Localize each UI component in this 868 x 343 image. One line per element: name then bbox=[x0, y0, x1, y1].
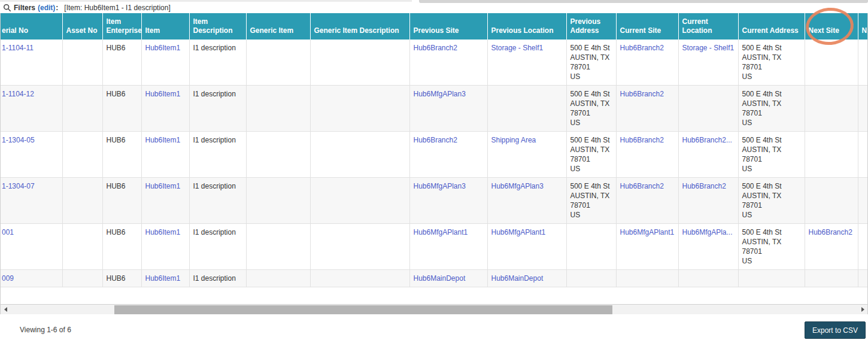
cell-item[interactable]: Hub6Item1 bbox=[141, 178, 189, 224]
cell-current-address bbox=[738, 270, 805, 287]
cell-erial-no[interactable]: 1-1304-05 bbox=[1, 132, 62, 178]
cell-asset-no bbox=[62, 224, 102, 270]
cell-generic-item bbox=[246, 224, 310, 270]
cell-item-description: I1 description bbox=[189, 270, 246, 287]
cell-previous-site[interactable]: Hub6Branch2 bbox=[409, 40, 487, 86]
cell-asset-no bbox=[62, 86, 102, 132]
column-header-current-address[interactable]: Current Address bbox=[738, 13, 805, 40]
cell-current-site[interactable]: Hub6Branch2 bbox=[616, 86, 678, 132]
viewing-count: Viewing 1-6 of 6 bbox=[20, 326, 71, 334]
column-header-n[interactable]: N bbox=[858, 13, 868, 40]
column-header-asset-no[interactable]: Asset No bbox=[62, 13, 102, 40]
cell-erial-no[interactable]: 009 bbox=[1, 270, 62, 287]
filters-label: Filters bbox=[14, 4, 35, 12]
column-header-current-location[interactable]: Current Location bbox=[678, 13, 738, 40]
table-row: 001HUB6Hub6Item1I1 descriptionHub6MfgAPl… bbox=[1, 224, 868, 270]
cell-item[interactable]: Hub6Item1 bbox=[141, 270, 189, 287]
cell-current-location[interactable]: Storage - Shelf1 bbox=[678, 40, 738, 86]
cell-generic-item-description bbox=[310, 270, 409, 287]
cell-erial-no[interactable]: 1-1104-12 bbox=[1, 86, 62, 132]
cell-current-address: 500 E 4th St AUSTIN, TX 78701 US bbox=[738, 40, 805, 86]
cell-generic-item bbox=[246, 270, 310, 287]
cell-current-site[interactable]: Hub6Branch2 bbox=[616, 132, 678, 178]
table-header-row: erial NoAsset NoItem EnterpriseItemItem … bbox=[1, 13, 868, 40]
cell-previous-location[interactable]: Hub6MfgAPlan3 bbox=[487, 178, 566, 224]
cell-previous-location[interactable]: Storage - Shelf1 bbox=[487, 40, 566, 86]
cell-next-site[interactable]: Hub6Branch2 bbox=[805, 224, 858, 270]
cell-asset-no bbox=[62, 178, 102, 224]
cell-item-enterprise: HUB6 bbox=[102, 178, 141, 224]
cell-previous-site[interactable]: Hub6MfgAPlan3 bbox=[409, 86, 487, 132]
cell-n bbox=[858, 224, 868, 270]
results-grid: erial NoAsset NoItem EnterpriseItemItem … bbox=[0, 13, 868, 314]
column-header-previous-site[interactable]: Previous Site bbox=[409, 13, 487, 40]
filters-colon: : bbox=[56, 4, 58, 12]
cell-next-site bbox=[805, 40, 858, 86]
cell-current-site[interactable]: Hub6Branch2 bbox=[616, 40, 678, 86]
cell-item[interactable]: Hub6Item1 bbox=[141, 224, 189, 270]
cell-generic-item-description bbox=[310, 40, 409, 86]
column-header-erial-no[interactable]: erial No bbox=[1, 13, 62, 40]
scroll-left-arrow[interactable] bbox=[1, 305, 10, 314]
cell-erial-no[interactable]: 1-1104-11 bbox=[1, 40, 62, 86]
cell-asset-no bbox=[62, 40, 102, 86]
cell-asset-no bbox=[62, 270, 102, 287]
cell-item[interactable]: Hub6Item1 bbox=[141, 40, 189, 86]
table-row: 1-1104-12HUB6Hub6Item1I1 descriptionHub6… bbox=[1, 86, 868, 132]
cell-item-description: I1 description bbox=[189, 224, 246, 270]
search-icon bbox=[3, 4, 11, 12]
column-header-generic-item-description[interactable]: Generic Item Description bbox=[310, 13, 409, 40]
table-row: 1-1104-11HUB6Hub6Item1I1 descriptionHub6… bbox=[1, 40, 868, 86]
column-header-item-description[interactable]: Item Description bbox=[189, 13, 246, 40]
cell-asset-no bbox=[62, 132, 102, 178]
scrollbar-thumb[interactable] bbox=[114, 305, 612, 314]
cell-previous-location[interactable]: Shipping Area bbox=[487, 132, 566, 178]
cell-current-address: 500 E 4th St AUSTIN, TX 78701 US bbox=[738, 178, 805, 224]
cell-current-location[interactable]: Hub6MfgAPla... bbox=[678, 224, 738, 270]
cell-current-site[interactable]: Hub6Branch2 bbox=[616, 178, 678, 224]
table-row: 1-1304-05HUB6Hub6Item1I1 descriptionHub6… bbox=[1, 132, 868, 178]
cell-current-site[interactable]: Hub6MfgAPlant1 bbox=[616, 224, 678, 270]
cell-n bbox=[858, 86, 868, 132]
cell-current-address: 500 E 4th St AUSTIN, TX 78701 US bbox=[738, 132, 805, 178]
cell-generic-item bbox=[246, 132, 310, 178]
cell-current-location[interactable]: Hub6Branch2 bbox=[678, 178, 738, 224]
table-row: 1-1304-07HUB6Hub6Item1I1 descriptionHub6… bbox=[1, 178, 868, 224]
cell-item[interactable]: Hub6Item1 bbox=[141, 132, 189, 178]
column-header-item-enterprise[interactable]: Item Enterprise bbox=[102, 13, 141, 40]
cell-erial-no[interactable]: 1-1304-07 bbox=[1, 178, 62, 224]
horizontal-scrollbar[interactable] bbox=[1, 304, 867, 314]
cell-previous-location[interactable]: Hub6MainDepot bbox=[487, 270, 566, 287]
cell-current-location[interactable]: Hub6Branch2... bbox=[678, 132, 738, 178]
column-header-next-site[interactable]: Next Site bbox=[805, 13, 858, 40]
cell-previous-site[interactable]: Hub6Branch2 bbox=[409, 132, 487, 178]
cell-previous-site[interactable]: Hub6MainDepot bbox=[409, 270, 487, 287]
column-header-item[interactable]: Item bbox=[141, 13, 189, 40]
cell-item-enterprise: HUB6 bbox=[102, 86, 141, 132]
column-header-previous-location[interactable]: Previous Location bbox=[487, 13, 566, 40]
cell-item-enterprise: HUB6 bbox=[102, 40, 141, 86]
cell-erial-no[interactable]: 001 bbox=[1, 224, 62, 270]
column-header-previous-address[interactable]: Previous Address bbox=[566, 13, 616, 40]
cropped-ui-edge-left bbox=[0, 0, 412, 2]
cell-previous-site[interactable]: Hub6MfgAPlant1 bbox=[409, 224, 487, 270]
filter-bar: Filters (edit) : [Item: Hub6Item1 - I1 d… bbox=[3, 2, 171, 13]
cell-generic-item-description bbox=[310, 132, 409, 178]
cell-item[interactable]: Hub6Item1 bbox=[141, 86, 189, 132]
cell-generic-item bbox=[246, 86, 310, 132]
cell-n bbox=[858, 270, 868, 287]
cell-generic-item bbox=[246, 40, 310, 86]
scroll-right-arrow[interactable] bbox=[858, 305, 867, 314]
cell-previous-address: 500 E 4th St AUSTIN, TX 78701 US bbox=[566, 40, 616, 86]
filters-edit-link[interactable]: (edit) bbox=[38, 4, 55, 12]
cell-current-site bbox=[616, 270, 678, 287]
cell-previous-location[interactable]: Hub6MfgAPlant1 bbox=[487, 224, 566, 270]
column-header-generic-item[interactable]: Generic Item bbox=[246, 13, 310, 40]
cell-previous-address bbox=[566, 270, 616, 287]
cell-item-description: I1 description bbox=[189, 132, 246, 178]
cell-previous-site[interactable]: Hub6MfgAPlan3 bbox=[409, 178, 487, 224]
column-header-current-site[interactable]: Current Site bbox=[616, 13, 678, 40]
cell-n bbox=[858, 178, 868, 224]
export-csv-button[interactable]: Export to CSV bbox=[805, 321, 866, 339]
cell-previous-address: 500 E 4th St AUSTIN, TX 78701 US bbox=[566, 132, 616, 178]
